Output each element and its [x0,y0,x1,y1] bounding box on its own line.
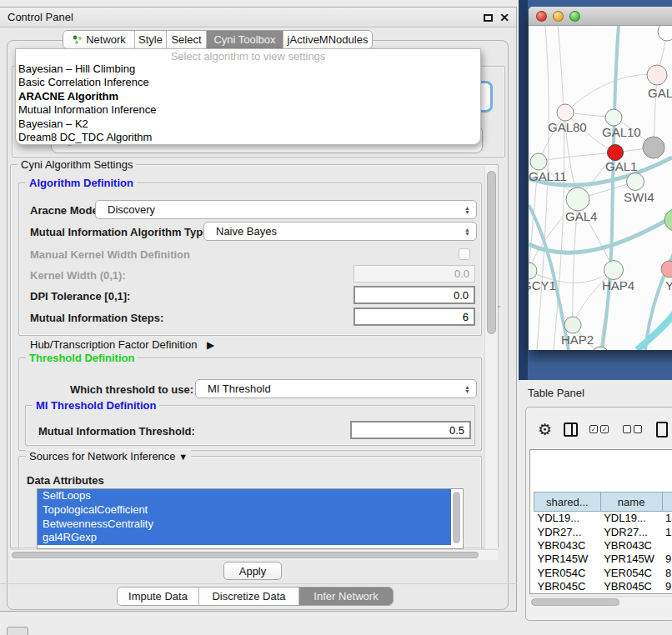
horizontal-scrollbar-thumb[interactable] [12,552,479,558]
table-row[interactable]: YBR045CYBR045C9. [534,579,672,592]
attribute-list-item[interactable]: TopologicalCoefficient [38,503,451,518]
table-row[interactable]: YBL079WYBL079W [534,593,672,594]
network-node-hap4[interactable] [604,261,624,280]
node-label: GCY1 [529,278,556,292]
attribute-list-item[interactable]: SelfLoops [38,489,451,503]
kernel-width-field[interactable]: 0.0 [354,265,475,282]
control-panel-titlebar[interactable]: Control Panel ✕ [0,8,516,28]
aracne-mode-combo[interactable]: Discovery ▲▼ [95,200,477,219]
column-header[interactable]: shared... [534,492,601,512]
network-node[interactable] [643,137,664,158]
network-node[interactable] [664,209,672,231]
tab-jactivemnodules[interactable]: jActiveMNodules [283,31,372,48]
table-scrollbar-thumb[interactable] [531,598,619,606]
network-edge[interactable] [537,26,549,350]
select-all-checkboxes-icon[interactable]: ✓✓ [589,425,611,433]
mi-threshold-label: Mutual Information Threshold: [38,425,195,438]
mi-steps-field[interactable]: 6 [354,308,475,326]
tab-select[interactable]: Select [167,31,207,48]
vertical-scrollbar-thumb[interactable] [487,171,496,334]
dpi-tolerance-field[interactable]: 0.0 [354,286,475,304]
float-window-icon[interactable] [484,14,493,22]
list-scrollbar-thumb[interactable] [453,492,460,543]
algorithm-option[interactable]: Mutual Information Inference [16,103,480,117]
table-row[interactable]: YDL19...YDL19...13 [534,512,672,525]
split-columns-icon[interactable] [564,422,578,437]
network-node[interactable] [658,26,672,41]
tab-network[interactable]: Network [63,31,135,48]
tab-style[interactable]: Style [135,31,167,48]
settings-gear-icon[interactable]: ⚙ [538,422,552,438]
network-node-hap2[interactable] [564,317,581,333]
hub-definition-expander[interactable]: Hub/Transcription Factor Definition ▶ [30,338,214,351]
cyni-mode-tabs: Impute DataDiscretize DataInfer Network [117,587,394,606]
stepper-arrows-icon: ▲▼ [464,385,470,393]
algorithm-option[interactable]: Bayesian – Hill Climbing [16,62,480,76]
manual-kernel-width-checkbox[interactable] [459,248,470,260]
table-row[interactable]: YPR145WYPR145W9. [534,552,672,566]
settings-vertical-scrollbar[interactable] [484,166,498,548]
apply-button[interactable]: Apply [223,562,282,580]
network-node-swi4[interactable] [627,173,644,191]
tab-cyni-toolbox[interactable]: Cyni Toolbox [207,31,283,48]
close-icon[interactable]: ✕ [499,12,509,23]
network-node-gal[interactable] [647,65,667,85]
document-icon[interactable] [656,422,668,438]
algorithm-option[interactable]: Basic Correlation Inference [16,76,480,89]
tab-discretize-data[interactable]: Discretize Data [199,588,299,605]
tab-impute-data[interactable]: Impute Data [118,588,199,605]
table-row[interactable]: YBR043CYBR043C [534,538,672,552]
table-row[interactable]: YER054CYER054C8. [534,566,672,579]
expander-down-icon[interactable]: ▼ [178,452,188,462]
column-header[interactable]: A [662,492,672,512]
network-canvas[interactable]: GALGAL80GAL10GAL1GAL11SWI4GAL4GCY1HAP4YH… [529,26,672,350]
algorithm-option[interactable]: Bayesian – K2 [16,118,480,131]
attribute-list-item[interactable]: gal4RGexp [38,531,451,545]
deselect-checkboxes-icon[interactable] [623,425,644,433]
network-edge[interactable] [539,152,615,162]
which-threshold-combo[interactable]: MI Threshold ▲▼ [195,379,477,398]
divider [0,583,517,584]
table-horizontal-scrollbar[interactable] [529,596,672,608]
zoom-traffic-light-icon[interactable] [569,11,580,22]
network-window-titlebar[interactable] [529,7,672,26]
mi-threshold-field[interactable]: 0.5 [350,421,471,439]
network-icon [72,34,83,45]
minimize-traffic-light-icon[interactable] [553,11,564,22]
node-label: GAL11 [529,169,567,183]
sources-title[interactable]: Sources for Network Inference ▼ [26,450,191,462]
table-row[interactable]: YDR27...YDR27...12 [534,525,672,538]
data-attributes-list[interactable]: SelfLoopsTopologicalCoefficientBetweenne… [37,488,464,549]
expander-right-icon[interactable]: ▶ [207,339,214,351]
mi-algorithm-type-label: Mutual Information Algorithm Type: [30,226,213,238]
algorithm-dropdown-popup: Select algorithm to view settings Bayesi… [15,48,481,145]
settings-horizontal-scrollbar[interactable] [10,549,498,560]
network-node-gal1[interactable] [608,145,624,161]
screen: Control Panel ✕ NetworkStyleSelectCyni T… [0,0,672,635]
network-node-gal11[interactable] [530,153,547,170]
node-table: shared...nameA YDL19...YDL19...13YDR27..… [529,449,672,594]
which-threshold-label: Which threshold to use: [70,383,193,396]
mi-algorithm-type-combo[interactable]: Naive Bayes ▲▼ [203,222,477,241]
network-edge[interactable] [565,74,657,112]
network-node-gal10[interactable] [605,109,622,126]
cut-off-button[interactable] [7,627,28,635]
algorithm-option[interactable]: Dream8 DC_TDC Algorithm [16,131,480,144]
network-node-gcy1[interactable] [529,262,537,279]
column-header[interactable]: name [600,492,662,512]
network-edge[interactable] [637,308,672,350]
network-view-window[interactable]: GALGAL80GAL10GAL1GAL11SWI4GAL4GCY1HAP4YH… [529,7,672,350]
attribute-list-item[interactable]: BetweennessCentrality [38,518,451,532]
table-toolbar: ⚙ ✓✓ [526,416,672,442]
algorithm-option[interactable]: ARACNE Algorithm [16,90,480,103]
mi-threshold-definition-title: MI Threshold Definition [33,399,159,412]
network-node-gal80[interactable] [557,104,574,121]
tab-infer-network[interactable]: Infer Network [299,588,393,605]
splitter-handle[interactable]: ˜ [498,305,504,312]
dropdown-prompt: Select algorithm to view settings [16,49,480,62]
close-traffic-light-icon[interactable] [536,11,547,22]
network-edge[interactable] [529,211,672,252]
network-node-gal4[interactable] [566,188,589,211]
table-panel: ⚙ ✓✓ shared...nameA YDL19...YDL19...13YD… [525,407,672,621]
dpi-tolerance-label: DPI Tolerance [0,1]: [30,290,130,302]
